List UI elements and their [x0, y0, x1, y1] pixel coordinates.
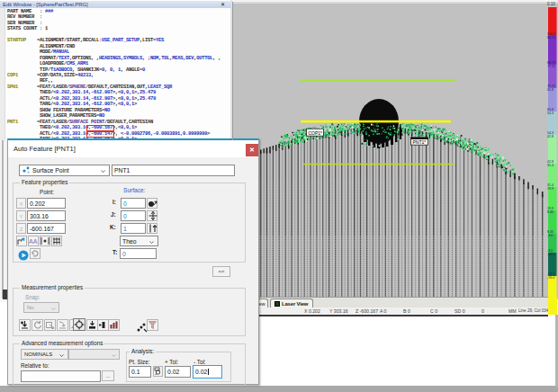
- svg-text:PNT1*: PNT1*: [413, 139, 427, 145]
- svg-text:42.8: 42.8: [547, 135, 554, 138]
- svg-text:0.10: 0.10: [547, 2, 555, 6]
- svg-text:8.45: 8.45: [547, 210, 554, 214]
- svg-text:-3.0: -3.0: [547, 234, 553, 237]
- svg-text:AA: AA: [29, 238, 38, 245]
- svg-text:54.3: 54.3: [547, 111, 554, 115]
- svg-text:31.4: 31.4: [547, 164, 554, 167]
- svg-text:88.75: 88.75: [547, 36, 555, 40]
- svg-text:-26.0: -26.0: [547, 276, 554, 280]
- svg-text:-14.5: -14.5: [547, 253, 554, 256]
- svg-text:65.8: 65.8: [547, 88, 554, 92]
- svg-text:77.25: 77.25: [547, 65, 555, 68]
- svg-text:COP1*: COP1*: [309, 130, 323, 136]
- svg-text:19.9: 19.9: [547, 187, 554, 191]
